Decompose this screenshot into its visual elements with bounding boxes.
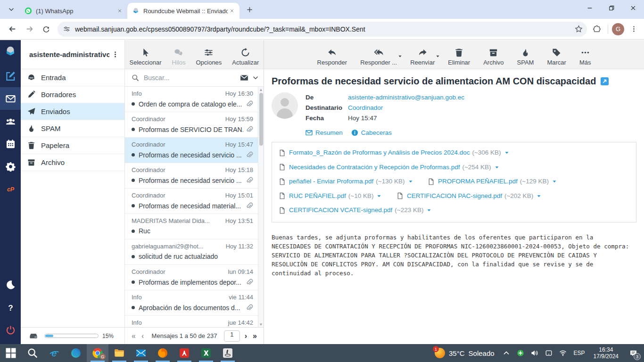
taskbar-app-button[interactable]: [130, 344, 152, 362]
last-page-button[interactable]: »: [250, 332, 260, 340]
folder-item[interactable]: Entrada: [21, 69, 124, 86]
message-list-item[interactable]: Coordinador Hoy 15:01 Proformas de neces…: [125, 189, 258, 214]
message-list-item[interactable]: Info jue 14:42: [125, 316, 258, 327]
dropdown-caret-icon[interactable]: [397, 54, 403, 59]
mail-toolbar-button[interactable]: Responder ...: [359, 48, 398, 66]
taskbar-clock[interactable]: 16:34 17/9/2024: [590, 346, 622, 360]
rail-button[interactable]: [0, 155, 21, 178]
close-button[interactable]: [622, 0, 644, 16]
reload-button[interactable]: [39, 22, 54, 37]
tab-search-button[interactable]: [5, 3, 18, 16]
scrollbar-thumb[interactable]: [259, 93, 263, 146]
search-scope-mail-icon[interactable]: [240, 74, 248, 82]
taskbar-app-button[interactable]: [65, 344, 87, 362]
address-box[interactable]: webmail.sanjuan.gob.ec/cpsess0500890797/…: [58, 22, 587, 37]
rail-button[interactable]: [0, 132, 21, 155]
attachment-name[interactable]: peñafiel - Enviar Proforma.pdf: [289, 175, 373, 188]
browser-tab[interactable]: (1) WhatsApp: [20, 3, 127, 19]
attachment-item[interactable]: RUC PEÑAFIEL.pdf (~10 KB): [279, 189, 382, 203]
message-list-item[interactable]: Info Hoy 16:30 Orden de compra de catalo…: [125, 87, 258, 112]
attachment-menu-caret-icon[interactable]: [426, 207, 432, 213]
url-text[interactable]: webmail.sanjuan.gob.ec/cpsess0500890797/…: [75, 25, 572, 33]
mail-toolbar-button[interactable]: SPAM: [516, 48, 535, 66]
account-menu-icon[interactable]: [109, 49, 121, 60]
weather-widget[interactable]: 1 35°C Soleado: [429, 344, 500, 362]
message-list-item[interactable]: Info vie 11:44 Aprobación de los documen…: [125, 290, 258, 316]
search-input[interactable]: [144, 74, 236, 82]
message-list-item[interactable]: Coordinador Hoy 15:18 Proformas de neces…: [125, 163, 258, 189]
attachment-item[interactable]: Formato_8_Razón de Proformas y Análisis …: [279, 146, 510, 159]
tray-icon-button[interactable]: [543, 344, 555, 362]
profile-avatar[interactable]: G: [612, 23, 624, 35]
back-button[interactable]: [5, 22, 20, 37]
rail-button[interactable]: [0, 319, 21, 341]
attachment-menu-caret-icon[interactable]: [494, 165, 500, 170]
tray-icon-button[interactable]: [500, 344, 512, 362]
mail-toolbar-button[interactable]: Más: [578, 48, 592, 66]
attachment-name[interactable]: CERTIFICACION PAC-signed.pdf: [407, 189, 502, 203]
next-page-button[interactable]: ›: [242, 332, 250, 340]
page-number-box[interactable]: 1: [224, 330, 240, 342]
message-list-item[interactable]: MADERITAS Material Dida... Hoy 13:51 Ruc: [125, 214, 258, 239]
new-tab-button[interactable]: [243, 3, 256, 16]
language-indicator[interactable]: ESP: [571, 350, 588, 356]
attachment-name[interactable]: Formato_8_Razón de Proformas y Análisis …: [289, 146, 470, 159]
message-list-item[interactable]: Coordinador Hoy 15:59 Proformas de SERVI…: [125, 112, 258, 138]
folder-item[interactable]: SPAM: [21, 120, 124, 137]
notification-center-button[interactable]: 3: [624, 344, 642, 362]
message-list-item[interactable]: Coordinador lun 09:14 Proformas de imple…: [125, 265, 258, 290]
attachment-name[interactable]: Necesidades de Contratación y Recepción …: [289, 161, 460, 174]
forward-button[interactable]: [22, 22, 37, 37]
attachment-item[interactable]: PROFORMA PEÑAFIEL.pdf (~129 KB): [428, 175, 557, 188]
list-toolbar-button[interactable]: Actualizar: [231, 48, 260, 66]
first-page-button[interactable]: «: [129, 332, 139, 340]
attachment-menu-caret-icon[interactable]: [408, 179, 413, 184]
rail-button[interactable]: [0, 110, 21, 132]
attachment-item[interactable]: CERTIFICACION PAC-signed.pdf (~202 KB): [396, 189, 542, 203]
mail-toolbar-button[interactable]: Archivo: [482, 48, 504, 66]
list-toolbar-button[interactable]: Opciones: [195, 48, 223, 66]
mail-toolbar-button[interactable]: Reenviar: [409, 48, 436, 66]
rail-button[interactable]: [0, 296, 21, 319]
attachment-name[interactable]: PROFORMA PEÑAFIEL.pdf: [438, 175, 518, 188]
taskbar-app-button[interactable]: [0, 344, 22, 362]
attachment-item[interactable]: Necesidades de Contratación y Recepción …: [279, 161, 500, 174]
taskbar-app-button[interactable]: [195, 344, 217, 362]
taskbar-app-button[interactable]: [173, 344, 195, 362]
folder-item[interactable]: Enviados: [21, 103, 124, 120]
folder-item[interactable]: Papelera: [21, 137, 124, 154]
restore-button[interactable]: [601, 0, 622, 16]
mail-toolbar-button[interactable]: Eliminar: [447, 48, 471, 66]
list-toolbar-button[interactable]: Hilos: [171, 48, 187, 66]
taskbar-app-button[interactable]: [43, 344, 65, 362]
tray-icon-button[interactable]: [514, 344, 527, 362]
rail-button[interactable]: [0, 178, 21, 200]
message-list-item[interactable]: gabrielaguamani29@hot... Hoy 11:32 solic…: [125, 239, 258, 265]
taskbar-app-button[interactable]: G: [87, 344, 108, 362]
rail-button[interactable]: [0, 273, 21, 296]
site-settings-icon[interactable]: [63, 25, 70, 33]
extensions-icon[interactable]: [590, 22, 604, 36]
attachment-name[interactable]: CERTIFICACION VCATE-signed.pdf: [289, 204, 392, 217]
browser-menu-icon[interactable]: [627, 23, 640, 36]
attachment-menu-caret-icon[interactable]: [504, 150, 510, 156]
folder-item[interactable]: Archivo: [21, 154, 124, 171]
tray-icon-button[interactable]: [528, 344, 541, 362]
taskbar-app-button[interactable]: [217, 344, 239, 362]
attachment-item[interactable]: peñafiel - Enviar Proforma.pdf (~130 KB): [279, 175, 413, 188]
bookmark-star-icon[interactable]: [572, 23, 585, 36]
header-action-link[interactable]: Cabeceras: [351, 129, 392, 136]
prev-page-button[interactable]: ‹: [139, 332, 147, 340]
attachment-menu-caret-icon[interactable]: [536, 193, 542, 199]
list-toolbar-button[interactable]: Seleccionar: [129, 48, 163, 66]
search-options-chevron-icon[interactable]: [252, 74, 259, 81]
header-action-link[interactable]: Resumen: [305, 129, 343, 136]
open-in-new-window-icon[interactable]: [601, 77, 609, 85]
tray-icon-button[interactable]: [557, 344, 569, 362]
taskbar-app-button[interactable]: [152, 344, 173, 362]
attachment-menu-caret-icon[interactable]: [376, 193, 382, 199]
attachment-item[interactable]: CERTIFICACION VCATE-signed.pdf (~223 KB): [279, 204, 432, 217]
attachment-menu-caret-icon[interactable]: [552, 179, 557, 184]
minimize-button[interactable]: [579, 0, 601, 16]
rail-button[interactable]: [0, 65, 21, 87]
